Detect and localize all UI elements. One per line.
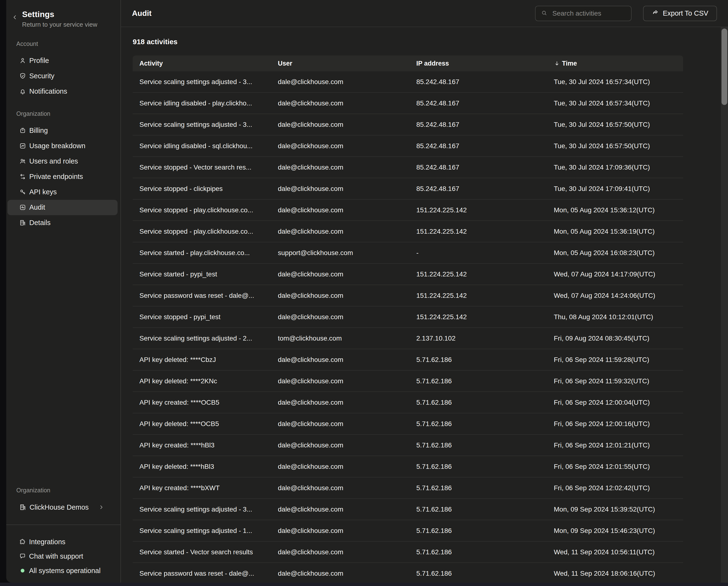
table-row: Service stopped - Vector search res...da… — [133, 157, 683, 178]
ip-cell: 5.71.62.186 — [410, 484, 547, 492]
sidebar-item-details[interactable]: Details — [7, 215, 118, 230]
activity-cell: Service idling disabled - play.clickho..… — [133, 99, 271, 107]
status-dot-icon — [19, 567, 26, 574]
export-csv-button[interactable]: Export To CSV — [643, 6, 717, 21]
footer-item-label: Chat with support — [29, 553, 83, 560]
time-cell: Tue, 30 Jul 2024 17:09:41(UTC) — [547, 185, 683, 193]
ip-cell: 151.224.225.142 — [410, 206, 547, 214]
user-cell: dale@clickhouse.com — [271, 399, 410, 406]
sidebar-item-security[interactable]: Security — [7, 69, 118, 84]
user-cell: dale@clickhouse.com — [271, 78, 410, 86]
activities-count: 918 activities — [133, 38, 728, 46]
topbar-actions: Export To CSV — [535, 6, 717, 21]
column-header-time[interactable]: Time — [547, 60, 683, 67]
column-header-user[interactable]: User — [271, 60, 410, 67]
time-cell: Fri, 06 Sep 2024 12:00:16(UTC) — [547, 420, 683, 428]
user-icon — [19, 57, 26, 64]
table-row: Service stopped - pypi_testdale@clickhou… — [133, 307, 683, 328]
activity-cell: Service stopped - Vector search res... — [133, 164, 271, 171]
back-button[interactable] — [9, 13, 20, 23]
sidebar-spacer — [6, 230, 121, 487]
time-cell: Mon, 05 Aug 2024 16:08:23(UTC) — [547, 249, 683, 257]
activity-cell: Service scaling settings adjusted - 3... — [133, 506, 271, 513]
sidebar-item-private-endpoints[interactable]: Private endpoints — [7, 169, 118, 185]
ip-cell: 151.224.225.142 — [410, 228, 547, 235]
section-label-organization: Organization — [16, 110, 121, 117]
export-icon — [652, 9, 659, 18]
user-cell: support@clickhouse.com — [271, 249, 410, 257]
ip-cell: 5.71.62.186 — [410, 570, 547, 577]
scrollbar-track[interactable] — [721, 27, 728, 583]
audit-table: ActivityUserIP addressTime Service scali… — [133, 55, 683, 583]
time-cell: Mon, 09 Sep 2024 15:39:52(UTC) — [547, 506, 683, 513]
ip-cell: 5.71.62.186 — [410, 420, 547, 428]
building-icon — [19, 219, 26, 226]
table-row: Service scaling settings adjusted - 2...… — [133, 328, 683, 349]
activity-cell: API key created: ****bXWT — [133, 484, 271, 492]
wallet-icon — [19, 127, 26, 134]
sidebar-item-users-and-roles[interactable]: Users and roles — [7, 154, 118, 169]
column-header-activity[interactable]: Activity — [133, 60, 271, 67]
org-switcher[interactable]: ClickHouse Demos — [7, 499, 118, 515]
activity-cell: Service scaling settings adjusted - 1... — [133, 527, 271, 535]
audit-table-body: Service scaling settings adjusted - 3...… — [133, 71, 683, 583]
chevron-left-icon — [12, 14, 18, 21]
activity-cell: Service scaling settings adjusted - 3... — [133, 78, 271, 86]
ip-cell: 5.71.62.186 — [410, 399, 547, 406]
ip-cell: 5.71.62.186 — [410, 377, 547, 385]
user-cell: dale@clickhouse.com — [271, 270, 410, 278]
ip-cell: - — [410, 249, 547, 257]
sidebar-subtitle[interactable]: Return to your service view — [22, 21, 98, 28]
footer-item-label: All systems operational — [29, 567, 101, 575]
footer-item-integrations[interactable]: Integrations — [7, 535, 118, 549]
user-cell: dale@clickhouse.com — [271, 356, 410, 364]
sidebar-item-label: Billing — [29, 127, 48, 135]
keys-icon — [19, 188, 26, 196]
table-row: API key created: ****hBl3dale@clickhouse… — [133, 435, 683, 456]
export-csv-label: Export To CSV — [663, 9, 708, 17]
sidebar-item-billing[interactable]: Billing — [7, 123, 118, 138]
activity-cell: Service stopped - pypi_test — [133, 313, 271, 321]
user-cell: dale@clickhouse.com — [271, 463, 410, 470]
column-header-ip-address[interactable]: IP address — [410, 60, 547, 67]
settings-sidebar: Settings Return to your service view Acc… — [6, 0, 121, 583]
ip-cell: 85.242.48.167 — [410, 99, 547, 107]
time-cell: Fri, 06 Sep 2024 11:59:32(UTC) — [547, 377, 683, 385]
user-cell: dale@clickhouse.com — [271, 228, 410, 235]
sidebar-item-label: Details — [29, 219, 51, 227]
user-cell: dale@clickhouse.com — [271, 548, 410, 556]
puzzle-icon — [19, 538, 26, 545]
sidebar-item-profile[interactable]: Profile — [7, 53, 118, 69]
table-row: Service idling disabled - play.clickho..… — [133, 93, 683, 114]
scrollbar-thumb[interactable] — [722, 29, 727, 105]
table-row: API key created: ****OCB5dale@clickhouse… — [133, 392, 683, 413]
sort-arrow-down-icon — [554, 60, 560, 67]
search-box[interactable] — [535, 6, 631, 21]
user-cell: dale@clickhouse.com — [271, 506, 410, 513]
ip-cell: 5.71.62.186 — [410, 463, 547, 470]
sidebar-item-audit[interactable]: Audit — [7, 200, 118, 215]
time-cell: Fri, 06 Sep 2024 12:00:04(UTC) — [547, 399, 683, 406]
sidebar-item-notifications[interactable]: Notifications — [7, 84, 118, 99]
sidebar-item-label: Profile — [29, 57, 49, 65]
table-row: Service scaling settings adjusted - 1...… — [133, 520, 683, 542]
time-cell: Mon, 05 Aug 2024 15:36:12(UTC) — [547, 206, 683, 214]
activity-cell: API key deleted: ****2KNc — [133, 377, 271, 385]
activity-cell: Service stopped - play.clickhouse.co... — [133, 228, 271, 235]
shield-icon — [19, 72, 26, 80]
user-cell: dale@clickhouse.com — [271, 292, 410, 299]
sidebar-item-usage-breakdown[interactable]: Usage breakdown — [7, 138, 118, 154]
footer-item-chat-with-support[interactable]: Chat with support — [7, 549, 118, 563]
sidebar-item-api-keys[interactable]: API keys — [7, 185, 118, 200]
search-input[interactable] — [552, 9, 626, 18]
time-cell: Fri, 06 Sep 2024 12:01:55(UTC) — [547, 463, 683, 470]
table-row: Service scaling settings adjusted - 3...… — [133, 499, 683, 520]
activity-cell: Service scaling settings adjusted - 3... — [133, 121, 271, 128]
user-cell: dale@clickhouse.com — [271, 313, 410, 321]
page-title: Audit — [132, 9, 152, 18]
ip-cell: 85.242.48.167 — [410, 164, 547, 171]
org-switcher-label: Organization — [16, 487, 121, 494]
time-cell: Wed, 07 Aug 2024 14:17:09(UTC) — [547, 270, 683, 278]
footer-item-all-systems-operational[interactable]: All systems operational — [7, 563, 118, 578]
time-cell: Tue, 30 Jul 2024 16:57:50(UTC) — [547, 121, 683, 128]
